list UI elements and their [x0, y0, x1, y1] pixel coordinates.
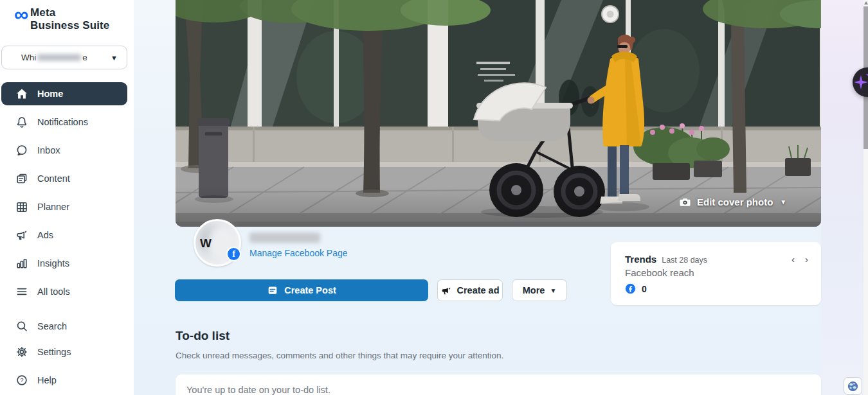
- trends-metric: Facebook reach: [625, 267, 808, 278]
- svg-text:?: ?: [20, 376, 23, 383]
- megaphone-icon: [440, 285, 451, 296]
- sidebar-item-label: Settings: [37, 347, 71, 357]
- trends-title: Trends: [625, 254, 656, 265]
- calendar-grid-icon: [15, 200, 28, 213]
- facebook-icon: [625, 283, 636, 294]
- bell-icon: [15, 116, 28, 128]
- question-circle-icon: ?: [15, 374, 28, 387]
- sidebar-item-help[interactable]: ? Help: [1, 369, 127, 392]
- right-gutter: [821, 0, 863, 395]
- blurred-page-name: [249, 233, 320, 243]
- avatar-letter: W: [200, 236, 212, 250]
- more-button[interactable]: More ▼: [512, 279, 567, 301]
- sidebar-item-label: Search: [37, 321, 67, 331]
- business-switcher[interactable]: Whi e ▼: [1, 46, 127, 69]
- content-stack-icon: [15, 172, 28, 185]
- sidebar-item-label: Ads: [37, 230, 53, 240]
- chevron-down-icon: ▼: [550, 287, 556, 294]
- sidebar-item-label: Inbox: [37, 145, 60, 155]
- meta-business-suite-logo: ∞ Meta Business Suite: [14, 6, 109, 32]
- globe-button[interactable]: [844, 377, 862, 395]
- blurred-business-name: [37, 54, 81, 61]
- trends-card: Trends Last 28 days ‹ › Facebook reach 0: [611, 242, 821, 305]
- facebook-reach-value: 0: [642, 284, 647, 294]
- business-name: Whi e: [21, 53, 87, 62]
- post-icon: [267, 285, 278, 296]
- todo-empty-state-card: You're up to date on your to-do list.: [176, 374, 821, 395]
- gear-icon: [15, 346, 28, 358]
- edit-cover-photo-button[interactable]: Edit cover photo ▼: [679, 196, 786, 208]
- meta-infinity-icon: ∞: [14, 6, 28, 23]
- scrollbar-up-arrow[interactable]: [864, 1, 868, 4]
- more-label: More: [523, 285, 545, 295]
- edit-cover-photo-label: Edit cover photo: [697, 197, 773, 207]
- ai-assistant-button[interactable]: [853, 67, 868, 97]
- create-ad-label: Create ad: [457, 285, 499, 295]
- sidebar-item-home[interactable]: Home: [1, 82, 127, 105]
- create-post-label: Create Post: [284, 285, 336, 295]
- manage-facebook-page-link[interactable]: Manage Facebook Page: [249, 248, 348, 258]
- brand-line2: Business Suite: [30, 19, 109, 32]
- todo-empty-message: You're up to date on your to-do list.: [186, 385, 330, 395]
- chevron-down-icon: ▼: [780, 198, 786, 206]
- sidebar-item-insights[interactable]: Insights: [1, 252, 127, 275]
- todo-list-title: To-do list: [176, 329, 230, 343]
- todo-list-subtitle: Check unread messages, comments and othe…: [176, 351, 503, 360]
- bar-chart-icon: [15, 257, 28, 270]
- sidebar-item-all-tools[interactable]: All tools: [1, 280, 127, 303]
- create-ad-button[interactable]: Create ad: [437, 279, 503, 301]
- sidebar-item-ads[interactable]: Ads: [1, 224, 127, 247]
- globe-icon: [847, 380, 859, 392]
- sidebar-item-label: Planner: [37, 202, 69, 212]
- cover-photo: Edit cover photo ▼: [176, 0, 821, 227]
- sidebar-item-label: Help: [37, 375, 57, 385]
- sidebar-item-label: Content: [37, 173, 70, 184]
- sparkles-icon: [853, 67, 868, 97]
- sidebar-item-planner[interactable]: Planner: [1, 195, 127, 218]
- create-post-button[interactable]: Create Post: [175, 279, 428, 301]
- chat-bubble-icon: [15, 144, 28, 157]
- sidebar-item-label: Notifications: [37, 117, 88, 127]
- sidebar: ∞ Meta Business Suite Whi e ▼ Home Notif…: [0, 0, 134, 395]
- trends-period: Last 28 days: [662, 256, 707, 265]
- chevron-down-icon: ▼: [111, 54, 118, 62]
- sidebar-item-label: All tools: [37, 286, 70, 297]
- search-icon: [15, 320, 28, 333]
- trends-next-icon[interactable]: ›: [805, 255, 808, 264]
- sidebar-item-notifications[interactable]: Notifications: [1, 110, 127, 134]
- sidebar-item-content[interactable]: Content: [1, 167, 127, 190]
- megaphone-icon: [15, 229, 28, 241]
- trends-prev-icon[interactable]: ‹: [791, 255, 795, 264]
- sidebar-item-search[interactable]: Search: [1, 315, 127, 338]
- sidebar-item-inbox[interactable]: Inbox: [1, 139, 127, 162]
- sidebar-item-settings[interactable]: Settings: [1, 340, 127, 364]
- sidebar-item-label: Insights: [37, 258, 69, 268]
- sidebar-item-label: Home: [37, 89, 63, 99]
- facebook-badge-icon: f: [226, 247, 241, 261]
- home-icon: [15, 87, 28, 100]
- menu-lines-icon: [15, 285, 28, 298]
- brand-line1: Meta: [30, 6, 109, 19]
- camera-icon: [679, 196, 691, 208]
